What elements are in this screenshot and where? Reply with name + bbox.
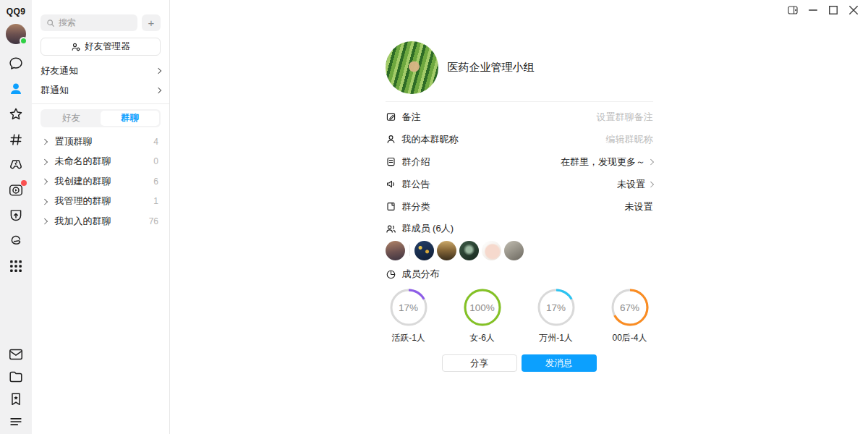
chevron-right-icon (648, 182, 654, 187)
member-avatar[interactable] (414, 241, 434, 260)
field-label: 群公告 (402, 178, 430, 191)
member-avatar[interactable] (459, 241, 479, 260)
person-icon (386, 134, 396, 145)
donut-label: 00后-4人 (612, 332, 647, 344)
more-grid-icon[interactable] (8, 258, 25, 274)
chevron-right-icon (42, 158, 48, 164)
group-category-list: 置顶群聊 4 未命名的群聊 0 我创建的群聊 6 我管理的群聊 1 我加入的群聊 (41, 132, 161, 231)
rail-bottom (8, 346, 24, 430)
bookmark-icon[interactable] (8, 391, 24, 407)
online-status-dot (20, 37, 27, 45)
user-avatar[interactable] (6, 24, 26, 44)
members-count-label: 群成员 (6人) (402, 222, 454, 235)
member-avatar-strip (386, 240, 653, 260)
chevron-right-icon (42, 198, 48, 204)
field-group-intro[interactable]: 群介绍 在群里，发现更多～ (386, 150, 653, 173)
group-header: 医药企业管理小组 (386, 41, 653, 94)
list-item-unnamed-groups[interactable]: 未命名的群聊 0 (41, 152, 161, 172)
divider (409, 244, 410, 256)
pie-chart-icon (386, 269, 396, 280)
list-item-managed-groups[interactable]: 我管理的群聊 1 (41, 192, 161, 212)
list-item-pinned-groups[interactable]: 置顶群聊 4 (41, 132, 161, 152)
folder-icon[interactable] (8, 369, 24, 385)
donut-region: 17% 万州-1人 (533, 289, 579, 344)
donut-label: 活跃-1人 (391, 332, 425, 344)
distribution-label: 成员分布 (402, 268, 440, 281)
members-section: 群成员 (6人) (386, 218, 653, 260)
list-item-created-groups[interactable]: 我创建的群聊 6 (41, 171, 161, 192)
group-profile-main: 医药企业管理小组 备注 设置群聊备注 我的本群昵称 编辑群昵称 (170, 0, 868, 434)
notification-dot (21, 180, 27, 186)
send-message-button[interactable]: 发消息 (522, 354, 597, 372)
field-remark[interactable]: 备注 设置群聊备注 (386, 106, 653, 128)
group-name: 医药企业管理小组 (448, 61, 535, 75)
donut-percent: 17% (537, 289, 575, 326)
close-icon[interactable] (848, 5, 859, 14)
donut-chart-row: 17% 活跃-1人 100% 女-6人 17 (386, 289, 653, 344)
contacts-panel: 搜索 + 好友管理器 好友通知 群通知 好友 群聊 (32, 0, 170, 434)
window-controls (788, 5, 859, 14)
member-avatar[interactable] (437, 241, 456, 260)
field-value: 在群里，发现更多～ (561, 156, 645, 169)
tab-groups[interactable]: 群聊 (101, 111, 159, 126)
star-icon[interactable] (8, 106, 25, 122)
list-item-joined-groups[interactable]: 我加入的群聊 76 (41, 211, 161, 231)
donut-female: 100% 女-6人 (459, 289, 506, 344)
contacts-icon[interactable] (8, 80, 25, 97)
group-notifications-label: 群通知 (41, 84, 69, 97)
qq-app-window: QQ9 (0, 0, 868, 434)
member-avatar[interactable] (386, 241, 405, 260)
chat-icon[interactable] (8, 55, 25, 72)
group-category-label: 我管理的群聊 (55, 195, 111, 208)
field-group-announcement[interactable]: 群公告 未设置 (386, 173, 653, 195)
group-category-label: 我创建的群聊 (55, 175, 111, 188)
group-fields: 备注 设置群聊备注 我的本群昵称 编辑群昵称 群介绍 在群里，发现更多～ (386, 106, 653, 218)
group-avatar[interactable] (386, 41, 438, 94)
chevron-right-icon (156, 87, 161, 93)
menu-icon[interactable] (8, 414, 24, 430)
rail-nav (8, 55, 25, 274)
donut-age: 67% 00后-4人 (607, 289, 653, 344)
share-button[interactable]: 分享 (442, 354, 517, 372)
field-my-nickname[interactable]: 我的本群昵称 编辑群昵称 (386, 128, 653, 150)
member-avatar[interactable] (504, 241, 524, 260)
group-count: 6 (153, 176, 161, 187)
friend-manager-button[interactable]: 好友管理器 (41, 38, 161, 56)
action-buttons: 分享 发消息 (386, 354, 653, 372)
chevron-right-icon (156, 67, 161, 73)
game-icon[interactable] (8, 156, 25, 173)
tab-friends[interactable]: 好友 (42, 111, 101, 126)
field-value: 设置群聊备注 (597, 111, 653, 124)
search-input[interactable]: 搜索 (41, 14, 137, 31)
left-rail: QQ9 (0, 0, 32, 434)
distribution-header: 成员分布 (386, 263, 653, 285)
qq9-logo: QQ9 (7, 7, 26, 17)
notification-rows: 好友通知 群通知 (41, 61, 161, 100)
mail-icon[interactable] (8, 346, 24, 362)
group-count: 4 (153, 137, 161, 147)
chevron-right-icon (42, 179, 48, 184)
minimize-icon[interactable] (808, 5, 818, 14)
pet-penguin-icon[interactable] (8, 232, 25, 249)
field-label: 备注 (402, 111, 421, 124)
miniapp-box-icon[interactable] (8, 207, 25, 224)
members-header: 群成员 (6人) (386, 218, 653, 239)
friend-notifications-row[interactable]: 好友通知 (41, 61, 161, 80)
friend-notifications-label: 好友通知 (41, 64, 78, 77)
group-profile-card: 医药企业管理小组 备注 设置群聊备注 我的本群昵称 编辑群昵称 (386, 41, 653, 372)
group-notifications-row[interactable]: 群通知 (41, 80, 161, 100)
maximize-icon[interactable] (828, 5, 838, 14)
add-button[interactable]: + (142, 14, 161, 31)
popout-panel-icon[interactable] (788, 5, 798, 14)
field-group-category[interactable]: 群分类 未设置 (386, 195, 653, 218)
document-icon (386, 156, 396, 167)
contacts-tabs: 好友 群聊 (41, 109, 161, 127)
search-placeholder: 搜索 (59, 17, 76, 29)
channels-hash-icon[interactable] (8, 131, 25, 148)
field-value: 编辑群昵称 (606, 133, 653, 146)
group-category-label: 未命名的群聊 (55, 155, 111, 168)
member-avatar[interactable] (482, 241, 501, 260)
person-gear-icon (71, 42, 81, 52)
video-icon[interactable] (8, 182, 25, 198)
field-value: 未设置 (625, 200, 653, 213)
